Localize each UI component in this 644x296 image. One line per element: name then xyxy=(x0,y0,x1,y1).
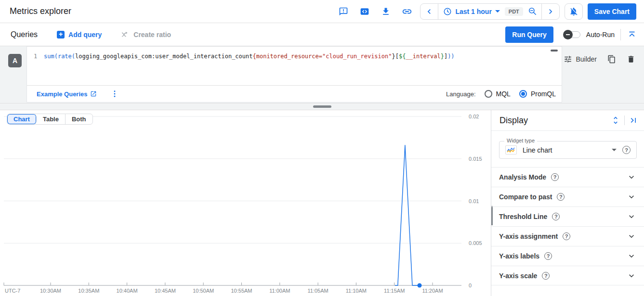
time-back-button[interactable] xyxy=(421,4,438,19)
clock-icon xyxy=(443,7,452,16)
section-help-icon[interactable]: ? xyxy=(563,232,570,240)
language-option-promql[interactable]: PromQL xyxy=(519,90,556,98)
x-axis-tick-label: 10:55AM xyxy=(231,288,252,294)
query-section: A 1 sum(rate(logging_googleapis_com:user… xyxy=(0,46,644,103)
share-link-button[interactable] xyxy=(399,4,415,19)
code-segment: "cloud_run_revision" xyxy=(322,53,392,60)
alerts-off-button[interactable] xyxy=(565,3,583,20)
view-code-button[interactable] xyxy=(356,4,373,19)
split-arrow-icon xyxy=(121,30,130,39)
divider xyxy=(620,29,621,40)
save-chart-button[interactable]: Save Chart xyxy=(588,3,636,20)
add-query-button[interactable]: + Add query xyxy=(57,31,102,39)
section-help-icon[interactable]: ? xyxy=(542,272,550,280)
display-section-compare-to-past[interactable]: Compare to past? xyxy=(491,187,644,206)
run-query-button[interactable]: Run Query xyxy=(505,26,553,43)
display-section-y-axis-assignment[interactable]: Y-axis assignment? xyxy=(491,226,644,246)
widget-type-help-icon[interactable]: ? xyxy=(622,146,631,154)
chevron-down-icon xyxy=(627,251,636,261)
x-axis-tick-label: 10:35AM xyxy=(78,288,99,294)
chevron-left-icon xyxy=(424,7,434,16)
header-toolbar: Last 1 hour PDT Save Chart xyxy=(335,3,636,20)
example-queries-link[interactable]: Example Queries xyxy=(37,90,97,98)
section-label: Y-axis assignment xyxy=(499,232,558,240)
widget-type-label: Widget type xyxy=(504,138,537,143)
copy-query-button[interactable] xyxy=(607,55,616,64)
tab-chart[interactable]: Chart xyxy=(7,114,37,124)
open-in-new-icon xyxy=(90,90,97,97)
chevron-down-icon xyxy=(612,149,617,151)
tab-table[interactable]: Table xyxy=(37,114,66,124)
time-forward-button[interactable] xyxy=(542,4,559,19)
x-axis-tick-label: 11:05AM xyxy=(307,288,328,294)
feedback-button[interactable] xyxy=(335,4,352,19)
create-ratio-label: Create ratio xyxy=(133,31,171,39)
chevron-down-icon xyxy=(627,232,636,241)
time-range-label: Last 1 hour xyxy=(455,8,491,15)
time-range-dropdown[interactable]: Last 1 hour xyxy=(438,7,504,16)
collapse-queries-button[interactable] xyxy=(627,29,637,40)
main-area: Chart Table Both 00.0050.010.0150.02UTC-… xyxy=(0,110,644,296)
chart-area: Chart Table Both 00.0050.010.0150.02UTC-… xyxy=(0,110,491,296)
section-label: Threshold Line xyxy=(499,213,547,220)
timezone-badge: PDT xyxy=(505,7,523,16)
promql-editor[interactable]: 1 sum(rate(logging_googleapis_com:user_m… xyxy=(27,47,562,85)
widget-type-select[interactable]: Widget type Line chart ? xyxy=(499,141,637,159)
widget-type-value: Line chart xyxy=(523,146,552,154)
chevron-down-icon xyxy=(627,192,636,202)
x-axis-tick-label: 10:50AM xyxy=(193,288,214,294)
add-query-label: Add query xyxy=(68,31,102,39)
section-help-icon[interactable]: ? xyxy=(552,213,560,220)
more-options-button[interactable] xyxy=(110,90,119,98)
display-sections: Analysis Mode?Compare to past?Threshold … xyxy=(491,167,644,285)
zoom-out-icon xyxy=(528,7,537,16)
queries-toolbar: Queries + Add query Create ratio Run Que… xyxy=(0,23,644,46)
section-help-icon[interactable]: ? xyxy=(544,252,552,260)
download-button[interactable] xyxy=(378,4,394,19)
timezone-axis-label: UTC-7 xyxy=(5,288,20,294)
expand-all-button[interactable] xyxy=(611,116,620,125)
resize-handle[interactable] xyxy=(313,105,331,108)
tune-icon xyxy=(564,55,572,64)
page-title: Metrics explorer xyxy=(10,6,71,16)
copy-icon xyxy=(607,55,616,64)
chevron-down-icon xyxy=(627,271,636,281)
section-help-icon[interactable]: ? xyxy=(551,173,559,181)
builder-toggle-button[interactable]: Builder xyxy=(564,55,597,64)
code-segment: __interval xyxy=(406,53,440,60)
display-section-y-axis-labels[interactable]: Y-axis labels? xyxy=(491,246,644,266)
language-option-mql[interactable]: MQL xyxy=(485,90,511,98)
display-section-threshold-line[interactable]: Threshold Line? xyxy=(491,206,644,226)
chevron-down-icon xyxy=(495,10,500,13)
query-card: 1 sum(rate(logging_googleapis_com:user_m… xyxy=(26,46,562,103)
divider xyxy=(624,116,625,125)
editor-scrollbar-thumb[interactable] xyxy=(551,50,558,51)
trash-icon xyxy=(627,55,635,64)
collapse-right-icon xyxy=(629,116,638,125)
display-header-actions xyxy=(611,116,638,125)
y-axis-tick-label: 0.005 xyxy=(469,240,482,246)
section-help-icon[interactable]: ? xyxy=(557,193,565,201)
time-range-control: Last 1 hour PDT xyxy=(420,3,559,20)
delete-query-button[interactable] xyxy=(627,55,635,64)
tab-both[interactable]: Both xyxy=(66,114,92,124)
y-axis-tick-label: 0.02 xyxy=(469,114,479,119)
app-header: Metrics explorer Last 1 hour PDT xyxy=(0,0,644,23)
x-axis-tick-label: 11:00AM xyxy=(269,288,290,294)
promql-label: PromQL xyxy=(531,90,556,98)
create-ratio-button: Create ratio xyxy=(121,30,171,39)
display-section-analysis-mode[interactable]: Analysis Mode? xyxy=(491,167,644,187)
display-panel: Display Widget type Line chart ? Analysi… xyxy=(491,110,644,296)
code-segment: ${ xyxy=(399,53,406,60)
section-label: Y-axis scale xyxy=(499,272,537,280)
y-axis-tick-label: 0.01 xyxy=(469,198,479,204)
timeseries-chart[interactable]: 00.0050.010.0150.02UTC-710:30AM10:35AM10… xyxy=(0,110,491,296)
series-end-point[interactable] xyxy=(418,283,422,288)
zoom-out-button[interactable] xyxy=(524,4,541,19)
auto-run-toggle[interactable] xyxy=(564,31,580,38)
query-code-line[interactable]: sum(rate(logging_googleapis_com:user_mod… xyxy=(44,47,455,85)
display-title: Display xyxy=(499,116,528,126)
display-section-y-axis-scale[interactable]: Y-axis scale? xyxy=(491,266,644,285)
collapse-panel-button[interactable] xyxy=(629,116,638,125)
series-line[interactable] xyxy=(395,145,420,285)
